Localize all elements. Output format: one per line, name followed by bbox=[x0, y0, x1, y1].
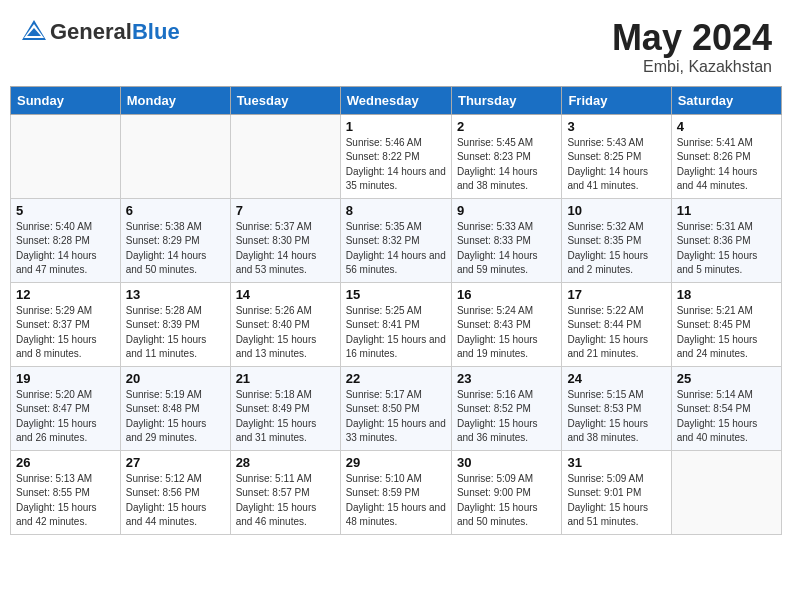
day-number: 14 bbox=[236, 287, 335, 302]
day-info: Sunrise: 5:46 AMSunset: 8:22 PMDaylight:… bbox=[346, 136, 446, 194]
day-number: 2 bbox=[457, 119, 556, 134]
day-info: Sunrise: 5:17 AMSunset: 8:50 PMDaylight:… bbox=[346, 388, 446, 446]
day-info: Sunrise: 5:41 AMSunset: 8:26 PMDaylight:… bbox=[677, 136, 776, 194]
day-number: 13 bbox=[126, 287, 225, 302]
calendar-cell: 19Sunrise: 5:20 AMSunset: 8:47 PMDayligh… bbox=[11, 366, 121, 450]
calendar-cell: 8Sunrise: 5:35 AMSunset: 8:32 PMDaylight… bbox=[340, 198, 451, 282]
calendar-cell: 23Sunrise: 5:16 AMSunset: 8:52 PMDayligh… bbox=[451, 366, 561, 450]
day-info: Sunrise: 5:09 AMSunset: 9:00 PMDaylight:… bbox=[457, 472, 556, 530]
weekday-header-monday: Monday bbox=[120, 86, 230, 114]
day-number: 3 bbox=[567, 119, 665, 134]
day-number: 31 bbox=[567, 455, 665, 470]
day-number: 7 bbox=[236, 203, 335, 218]
calendar-cell: 4Sunrise: 5:41 AMSunset: 8:26 PMDaylight… bbox=[671, 114, 781, 198]
calendar-cell: 17Sunrise: 5:22 AMSunset: 8:44 PMDayligh… bbox=[562, 282, 671, 366]
day-info: Sunrise: 5:31 AMSunset: 8:36 PMDaylight:… bbox=[677, 220, 776, 278]
day-info: Sunrise: 5:32 AMSunset: 8:35 PMDaylight:… bbox=[567, 220, 665, 278]
day-info: Sunrise: 5:16 AMSunset: 8:52 PMDaylight:… bbox=[457, 388, 556, 446]
day-number: 18 bbox=[677, 287, 776, 302]
calendar-week-row: 26Sunrise: 5:13 AMSunset: 8:55 PMDayligh… bbox=[11, 450, 782, 534]
calendar-cell: 16Sunrise: 5:24 AMSunset: 8:43 PMDayligh… bbox=[451, 282, 561, 366]
calendar-cell: 21Sunrise: 5:18 AMSunset: 8:49 PMDayligh… bbox=[230, 366, 340, 450]
calendar-week-row: 12Sunrise: 5:29 AMSunset: 8:37 PMDayligh… bbox=[11, 282, 782, 366]
day-info: Sunrise: 5:15 AMSunset: 8:53 PMDaylight:… bbox=[567, 388, 665, 446]
calendar-cell: 26Sunrise: 5:13 AMSunset: 8:55 PMDayligh… bbox=[11, 450, 121, 534]
location-title: Embi, Kazakhstan bbox=[612, 58, 772, 76]
calendar-cell: 9Sunrise: 5:33 AMSunset: 8:33 PMDaylight… bbox=[451, 198, 561, 282]
calendar-cell bbox=[230, 114, 340, 198]
day-info: Sunrise: 5:25 AMSunset: 8:41 PMDaylight:… bbox=[346, 304, 446, 362]
weekday-header-friday: Friday bbox=[562, 86, 671, 114]
calendar-cell: 11Sunrise: 5:31 AMSunset: 8:36 PMDayligh… bbox=[671, 198, 781, 282]
day-number: 26 bbox=[16, 455, 115, 470]
day-number: 10 bbox=[567, 203, 665, 218]
day-number: 23 bbox=[457, 371, 556, 386]
month-title: May 2024 bbox=[612, 18, 772, 58]
day-info: Sunrise: 5:14 AMSunset: 8:54 PMDaylight:… bbox=[677, 388, 776, 446]
day-info: Sunrise: 5:13 AMSunset: 8:55 PMDaylight:… bbox=[16, 472, 115, 530]
day-info: Sunrise: 5:20 AMSunset: 8:47 PMDaylight:… bbox=[16, 388, 115, 446]
day-number: 9 bbox=[457, 203, 556, 218]
calendar-cell: 30Sunrise: 5:09 AMSunset: 9:00 PMDayligh… bbox=[451, 450, 561, 534]
day-info: Sunrise: 5:24 AMSunset: 8:43 PMDaylight:… bbox=[457, 304, 556, 362]
day-number: 8 bbox=[346, 203, 446, 218]
day-info: Sunrise: 5:29 AMSunset: 8:37 PMDaylight:… bbox=[16, 304, 115, 362]
calendar-cell: 6Sunrise: 5:38 AMSunset: 8:29 PMDaylight… bbox=[120, 198, 230, 282]
day-info: Sunrise: 5:40 AMSunset: 8:28 PMDaylight:… bbox=[16, 220, 115, 278]
calendar-cell: 12Sunrise: 5:29 AMSunset: 8:37 PMDayligh… bbox=[11, 282, 121, 366]
day-number: 12 bbox=[16, 287, 115, 302]
logo-blue-text: Blue bbox=[132, 19, 180, 44]
calendar-cell: 31Sunrise: 5:09 AMSunset: 9:01 PMDayligh… bbox=[562, 450, 671, 534]
day-number: 11 bbox=[677, 203, 776, 218]
day-number: 20 bbox=[126, 371, 225, 386]
weekday-header-sunday: Sunday bbox=[11, 86, 121, 114]
day-info: Sunrise: 5:35 AMSunset: 8:32 PMDaylight:… bbox=[346, 220, 446, 278]
day-number: 30 bbox=[457, 455, 556, 470]
calendar-week-row: 1Sunrise: 5:46 AMSunset: 8:22 PMDaylight… bbox=[11, 114, 782, 198]
calendar-cell: 3Sunrise: 5:43 AMSunset: 8:25 PMDaylight… bbox=[562, 114, 671, 198]
day-number: 17 bbox=[567, 287, 665, 302]
day-number: 15 bbox=[346, 287, 446, 302]
calendar-cell bbox=[120, 114, 230, 198]
day-info: Sunrise: 5:45 AMSunset: 8:23 PMDaylight:… bbox=[457, 136, 556, 194]
day-number: 4 bbox=[677, 119, 776, 134]
weekday-header-thursday: Thursday bbox=[451, 86, 561, 114]
day-number: 6 bbox=[126, 203, 225, 218]
calendar-cell: 18Sunrise: 5:21 AMSunset: 8:45 PMDayligh… bbox=[671, 282, 781, 366]
weekday-header-wednesday: Wednesday bbox=[340, 86, 451, 114]
day-info: Sunrise: 5:26 AMSunset: 8:40 PMDaylight:… bbox=[236, 304, 335, 362]
weekday-header-saturday: Saturday bbox=[671, 86, 781, 114]
day-number: 1 bbox=[346, 119, 446, 134]
day-info: Sunrise: 5:37 AMSunset: 8:30 PMDaylight:… bbox=[236, 220, 335, 278]
calendar-cell: 27Sunrise: 5:12 AMSunset: 8:56 PMDayligh… bbox=[120, 450, 230, 534]
day-info: Sunrise: 5:43 AMSunset: 8:25 PMDaylight:… bbox=[567, 136, 665, 194]
day-number: 28 bbox=[236, 455, 335, 470]
weekday-header-tuesday: Tuesday bbox=[230, 86, 340, 114]
calendar-table: SundayMondayTuesdayWednesdayThursdayFrid… bbox=[10, 86, 782, 535]
calendar-cell: 29Sunrise: 5:10 AMSunset: 8:59 PMDayligh… bbox=[340, 450, 451, 534]
calendar-cell: 13Sunrise: 5:28 AMSunset: 8:39 PMDayligh… bbox=[120, 282, 230, 366]
day-info: Sunrise: 5:22 AMSunset: 8:44 PMDaylight:… bbox=[567, 304, 665, 362]
day-number: 25 bbox=[677, 371, 776, 386]
day-info: Sunrise: 5:18 AMSunset: 8:49 PMDaylight:… bbox=[236, 388, 335, 446]
day-number: 19 bbox=[16, 371, 115, 386]
day-info: Sunrise: 5:21 AMSunset: 8:45 PMDaylight:… bbox=[677, 304, 776, 362]
logo-general-text: General bbox=[50, 19, 132, 44]
day-info: Sunrise: 5:38 AMSunset: 8:29 PMDaylight:… bbox=[126, 220, 225, 278]
calendar-cell: 5Sunrise: 5:40 AMSunset: 8:28 PMDaylight… bbox=[11, 198, 121, 282]
calendar-cell: 20Sunrise: 5:19 AMSunset: 8:48 PMDayligh… bbox=[120, 366, 230, 450]
calendar-cell bbox=[671, 450, 781, 534]
day-info: Sunrise: 5:19 AMSunset: 8:48 PMDaylight:… bbox=[126, 388, 225, 446]
calendar-cell: 2Sunrise: 5:45 AMSunset: 8:23 PMDaylight… bbox=[451, 114, 561, 198]
day-number: 24 bbox=[567, 371, 665, 386]
calendar-header-row: SundayMondayTuesdayWednesdayThursdayFrid… bbox=[11, 86, 782, 114]
calendar-cell: 7Sunrise: 5:37 AMSunset: 8:30 PMDaylight… bbox=[230, 198, 340, 282]
day-info: Sunrise: 5:11 AMSunset: 8:57 PMDaylight:… bbox=[236, 472, 335, 530]
title-block: May 2024 Embi, Kazakhstan bbox=[612, 18, 772, 76]
day-info: Sunrise: 5:12 AMSunset: 8:56 PMDaylight:… bbox=[126, 472, 225, 530]
day-number: 22 bbox=[346, 371, 446, 386]
day-info: Sunrise: 5:10 AMSunset: 8:59 PMDaylight:… bbox=[346, 472, 446, 530]
calendar-cell: 14Sunrise: 5:26 AMSunset: 8:40 PMDayligh… bbox=[230, 282, 340, 366]
calendar-cell: 25Sunrise: 5:14 AMSunset: 8:54 PMDayligh… bbox=[671, 366, 781, 450]
calendar-cell: 22Sunrise: 5:17 AMSunset: 8:50 PMDayligh… bbox=[340, 366, 451, 450]
